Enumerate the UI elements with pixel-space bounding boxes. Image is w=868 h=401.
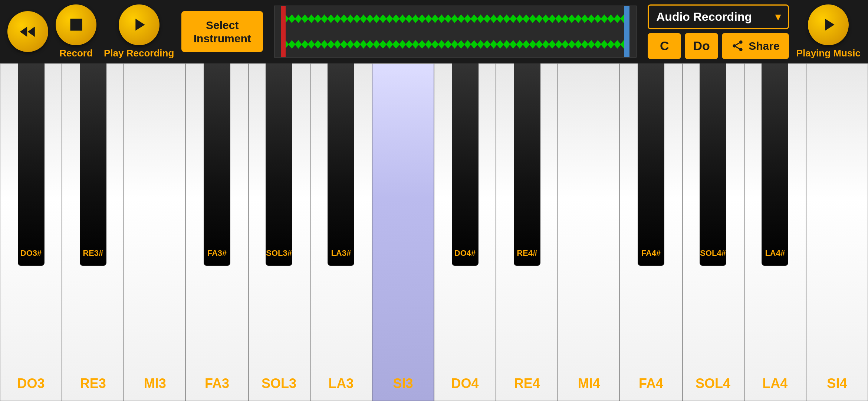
- note-c-button[interactable]: C: [648, 33, 681, 59]
- black-key-re4s[interactable]: RE4#: [514, 63, 540, 266]
- svg-marker-23: [425, 14, 432, 23]
- stop-icon: [66, 14, 86, 35]
- svg-marker-50: [601, 14, 608, 23]
- svg-marker-56: [295, 40, 302, 49]
- svg-marker-37: [516, 14, 523, 23]
- black-key-la4s[interactable]: LA4#: [762, 63, 788, 266]
- svg-marker-28: [458, 14, 465, 23]
- svg-marker-84: [477, 40, 484, 49]
- audio-controls-row: C Do Share: [648, 33, 789, 59]
- svg-marker-14: [366, 14, 374, 23]
- svg-marker-72: [399, 40, 406, 49]
- svg-line-111: [736, 43, 740, 45]
- playing-music-button[interactable]: [808, 4, 849, 45]
- svg-marker-13: [360, 14, 367, 23]
- svg-marker-40: [536, 14, 543, 23]
- svg-marker-102: [594, 40, 601, 49]
- svg-marker-42: [549, 14, 556, 23]
- svg-marker-4: [301, 14, 308, 23]
- stop-button[interactable]: [56, 4, 96, 45]
- playing-music-group: Playing Music: [796, 4, 861, 59]
- share-label: Share: [749, 40, 779, 52]
- svg-marker-98: [568, 40, 575, 49]
- svg-marker-2: [288, 14, 295, 23]
- svg-marker-93: [536, 40, 543, 49]
- svg-marker-90: [516, 40, 523, 49]
- select-instrument-button[interactable]: Select Instrument: [181, 11, 263, 52]
- svg-marker-12: [354, 14, 361, 23]
- white-key-mi3[interactable]: MI3: [124, 63, 186, 401]
- black-key-sol4s[interactable]: SOL4#: [700, 63, 726, 266]
- black-key-do3s[interactable]: DO3#: [18, 63, 45, 266]
- black-key-label-do3s: DO3#: [20, 248, 42, 258]
- record-label: Record: [59, 48, 93, 59]
- stop-button-group: Record: [56, 4, 96, 59]
- waveform-display: [274, 6, 637, 58]
- white-key-si3[interactable]: SI3: [372, 63, 434, 401]
- svg-marker-5: [308, 14, 315, 23]
- svg-marker-29: [464, 14, 471, 23]
- svg-marker-73: [405, 40, 412, 49]
- svg-marker-18: [392, 14, 400, 23]
- svg-marker-101: [588, 40, 595, 49]
- piano-keys: DO3RE3MI3FA3SOL3LA3SI3DO4RE4MI4FA4SOL4LA…: [0, 63, 868, 401]
- svg-marker-52: [614, 14, 621, 23]
- white-key-si4[interactable]: SI4: [806, 63, 868, 401]
- play-recording-label: Play Recording: [104, 48, 174, 59]
- svg-marker-61: [328, 40, 335, 49]
- svg-marker-104: [607, 40, 614, 49]
- svg-marker-31: [477, 14, 484, 23]
- black-key-do4s[interactable]: DO4#: [452, 63, 479, 266]
- white-key-mi4[interactable]: MI4: [558, 63, 620, 401]
- svg-marker-67: [366, 40, 374, 49]
- svg-marker-11: [347, 14, 354, 23]
- svg-marker-33: [490, 14, 497, 23]
- chevron-down-icon: ▾: [775, 11, 780, 23]
- waveform-bottom: [274, 32, 636, 57]
- svg-marker-69: [379, 40, 387, 49]
- black-key-re3s[interactable]: RE3#: [80, 63, 106, 266]
- share-button[interactable]: Share: [722, 33, 789, 59]
- rewind-button[interactable]: [7, 11, 48, 52]
- black-key-la3s[interactable]: LA3#: [328, 63, 354, 266]
- svg-marker-41: [542, 14, 549, 23]
- play-button-group: Play Recording: [104, 4, 174, 59]
- svg-marker-32: [484, 14, 491, 23]
- svg-marker-24: [431, 14, 438, 23]
- black-key-label-sol3s: SOL3#: [266, 248, 292, 258]
- black-key-sol3s[interactable]: SOL3#: [266, 63, 292, 266]
- svg-marker-60: [321, 40, 328, 49]
- svg-point-109: [739, 48, 743, 51]
- svg-marker-6: [315, 14, 322, 23]
- key-label-sol3: SOL3: [262, 376, 296, 391]
- black-key-fa4s[interactable]: FA4#: [638, 63, 664, 266]
- black-key-label-re4s: RE4#: [517, 248, 537, 258]
- svg-marker-68: [373, 40, 380, 49]
- svg-marker-44: [562, 14, 569, 23]
- play-icon: [129, 14, 149, 35]
- svg-marker-83: [471, 40, 478, 49]
- svg-marker-45: [568, 14, 575, 23]
- black-key-label-fa4s: FA4#: [641, 248, 661, 258]
- svg-marker-59: [315, 40, 322, 49]
- key-label-la3: LA3: [328, 376, 354, 391]
- key-label-do3: DO3: [17, 376, 45, 391]
- audio-recording-dropdown[interactable]: Audio Recording ▾: [648, 4, 789, 29]
- svg-marker-17: [386, 14, 393, 23]
- note-do-button[interactable]: Do: [685, 33, 718, 59]
- audio-recording-label: Audio Recording: [656, 10, 752, 24]
- svg-marker-15: [373, 14, 380, 23]
- key-label-sol4: SOL4: [696, 376, 730, 391]
- key-label-re4: RE4: [514, 376, 540, 391]
- svg-marker-35: [503, 14, 510, 23]
- black-key-fa3s[interactable]: FA3#: [204, 63, 230, 266]
- svg-marker-26: [445, 14, 452, 23]
- black-key-label-fa3s: FA3#: [207, 248, 227, 258]
- key-label-mi4: MI4: [578, 376, 600, 391]
- audio-recording-section: Audio Recording ▾ C Do Share: [648, 4, 789, 59]
- svg-marker-74: [412, 40, 419, 49]
- svg-marker-70: [386, 40, 393, 49]
- key-label-do4: DO4: [451, 376, 479, 391]
- black-key-label-sol4s: SOL4#: [700, 248, 726, 258]
- play-recording-button[interactable]: [119, 4, 160, 45]
